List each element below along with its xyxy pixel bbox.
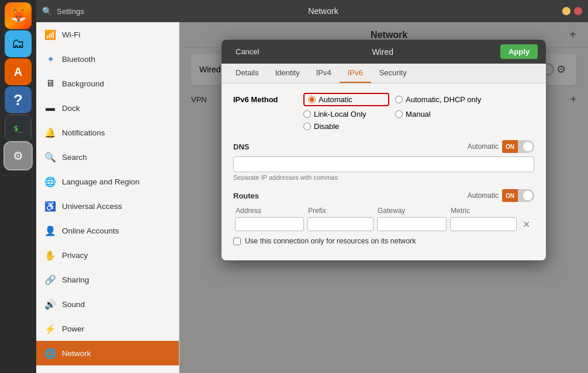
settings-window: 🔍 Settings Network 📶 Wi-Fi ✦ Bluetooth 🖥… <box>36 0 588 373</box>
radio-link-local-input[interactable] <box>303 110 311 118</box>
background-icon: 🖥 <box>44 78 56 89</box>
sidebar-item-sharing[interactable]: 🔗 Sharing <box>36 267 179 292</box>
radio-disable-input[interactable] <box>303 123 311 130</box>
sidebar-item-notifications[interactable]: 🔔 Notifications <box>36 120 179 145</box>
sidebar-item-label: Sound <box>62 300 85 309</box>
sidebar-item-language[interactable]: 🌐 Language and Region <box>36 169 179 194</box>
sound-icon: 🔊 <box>44 299 56 310</box>
sidebar-item-label: Universal Access <box>62 202 122 211</box>
dns-toggle[interactable]: ON <box>502 140 534 153</box>
prefix-input[interactable] <box>307 217 373 231</box>
sidebar-item-power[interactable]: ⚡ Power <box>36 316 179 341</box>
routes-label: Routes <box>233 191 468 200</box>
dns-section: DNS Automatic ON Separate IP addresses w… <box>233 140 534 181</box>
sidebar-item-search[interactable]: 🔍 Search <box>36 145 179 169</box>
radio-link-local[interactable]: Link-Local Only <box>303 110 389 118</box>
connection-only-checkbox[interactable] <box>233 238 241 245</box>
dns-input[interactable] <box>233 156 534 172</box>
routes-toggle-slider <box>518 189 534 202</box>
sidebar-item-bluetooth[interactable]: ✦ Bluetooth <box>36 47 179 71</box>
radio-link-local-label: Link-Local Only <box>314 110 366 118</box>
universal-access-icon: ♿ <box>44 201 56 212</box>
tab-ipv6[interactable]: IPv6 <box>340 64 371 83</box>
routes-toggle-on: ON <box>502 189 518 202</box>
help-icon[interactable]: ? <box>5 86 32 113</box>
routes-toggle[interactable]: ON <box>502 189 534 202</box>
address-input[interactable] <box>235 217 304 231</box>
sidebar-item-label: Notifications <box>62 128 105 137</box>
sidebar-item-label: Background <box>62 79 104 88</box>
dns-hint: Separate IP addresses with commas <box>233 174 534 181</box>
sharing-icon: 🔗 <box>44 274 56 285</box>
radio-automatic-input[interactable] <box>308 96 316 103</box>
main-area: Network + Wired Connected ON ⚙ VPN + <box>179 22 588 373</box>
dialog-titlebar: Cancel Wired Apply <box>222 40 546 64</box>
table-row: ✕ <box>233 216 534 232</box>
dns-toggle-on: ON <box>502 140 518 153</box>
routes-section: Routes Automatic ON Address <box>233 189 534 245</box>
dialog-content: IPv6 Method Automatic Automatic, DHCP on… <box>222 83 546 260</box>
radio-manual-label: Manual <box>406 110 431 118</box>
gateway-col-header: Gateway <box>375 205 448 216</box>
sidebar-item-label: Privacy <box>62 251 88 260</box>
apply-button[interactable]: Apply <box>500 44 538 59</box>
sidebar-item-online-accounts[interactable]: 👤 Online Accounts <box>36 218 179 243</box>
routes-header-row: Routes Automatic ON <box>233 189 534 202</box>
radio-disable[interactable]: Disable <box>303 122 389 131</box>
radio-manual[interactable]: Manual <box>395 110 481 118</box>
store-icon[interactable]: A <box>5 58 32 85</box>
tab-security[interactable]: Security <box>371 64 415 83</box>
sidebar-item-wifi[interactable]: 📶 Wi-Fi <box>36 22 179 47</box>
notifications-icon: 🔔 <box>44 127 56 138</box>
sidebar-item-label: Power <box>62 325 84 333</box>
radio-automatic-dhcp[interactable]: Automatic, DHCP only <box>395 93 481 106</box>
app-dock: 🦊 🗂 A ? $_ ⚙ <box>0 0 36 373</box>
header-bar: 🔍 Settings Network <box>36 0 588 22</box>
language-icon: 🌐 <box>44 176 56 187</box>
wifi-icon: 📶 <box>44 29 56 40</box>
radio-automatic-dhcp-input[interactable] <box>395 96 403 103</box>
terminal-icon[interactable]: $_ <box>5 114 32 141</box>
dock-icon-sidebar: ▬ <box>44 103 56 113</box>
radio-automatic[interactable]: Automatic <box>303 93 389 106</box>
metric-input[interactable] <box>450 217 517 231</box>
settings-icon[interactable]: ⚙ <box>5 142 32 169</box>
minimize-button[interactable] <box>562 7 570 15</box>
firefox-icon[interactable]: 🦊 <box>5 2 32 29</box>
sidebar: 📶 Wi-Fi ✦ Bluetooth 🖥 Background ▬ Dock … <box>36 22 179 373</box>
prefix-col-header: Prefix <box>306 205 375 216</box>
tab-ipv4[interactable]: IPv4 <box>308 64 340 83</box>
sidebar-item-dock[interactable]: ▬ Dock <box>36 96 179 120</box>
metric-col-header: Metric <box>448 205 518 216</box>
sidebar-item-label: Network <box>62 349 91 358</box>
window-controls <box>562 7 582 15</box>
sidebar-item-sound[interactable]: 🔊 Sound <box>36 292 179 316</box>
remove-route-button[interactable]: ✕ <box>520 218 532 231</box>
sidebar-item-label: Dock <box>62 104 80 113</box>
settings-label: Settings <box>57 7 84 16</box>
search-icon: 🔍 <box>42 6 52 16</box>
radio-automatic-dhcp-label: Automatic, DHCP only <box>406 95 481 104</box>
dns-header-row: DNS Automatic ON <box>233 140 534 153</box>
radio-disable-label: Disable <box>314 122 339 131</box>
gateway-input[interactable] <box>377 217 447 231</box>
search-icon-sidebar: 🔍 <box>44 152 56 163</box>
sidebar-item-universal-access[interactable]: ♿ Universal Access <box>36 194 179 218</box>
online-accounts-icon: 👤 <box>44 225 56 236</box>
close-button[interactable] <box>574 7 582 15</box>
cancel-button[interactable]: Cancel <box>230 45 265 58</box>
sidebar-item-devices[interactable]: 🖨 Devices › <box>36 365 179 373</box>
sidebar-item-network[interactable]: 🌐 Network <box>36 341 179 365</box>
radio-automatic-label: Automatic <box>319 95 352 104</box>
remove-col-header <box>518 205 534 216</box>
tab-details[interactable]: Details <box>227 64 267 83</box>
files-icon[interactable]: 🗂 <box>5 30 32 57</box>
sidebar-item-background[interactable]: 🖥 Background <box>36 71 179 96</box>
sidebar-item-label: Language and Region <box>62 177 140 186</box>
ipv6-method-section: IPv6 Method Automatic Automatic, DHCP on… <box>233 93 534 131</box>
radio-manual-input[interactable] <box>395 110 403 118</box>
sidebar-item-privacy[interactable]: ✋ Privacy <box>36 243 179 267</box>
radio-options: Automatic Automatic, DHCP only Link-Loca… <box>303 93 481 131</box>
dns-label: DNS <box>233 142 468 151</box>
tab-identity[interactable]: Identity <box>267 64 308 83</box>
